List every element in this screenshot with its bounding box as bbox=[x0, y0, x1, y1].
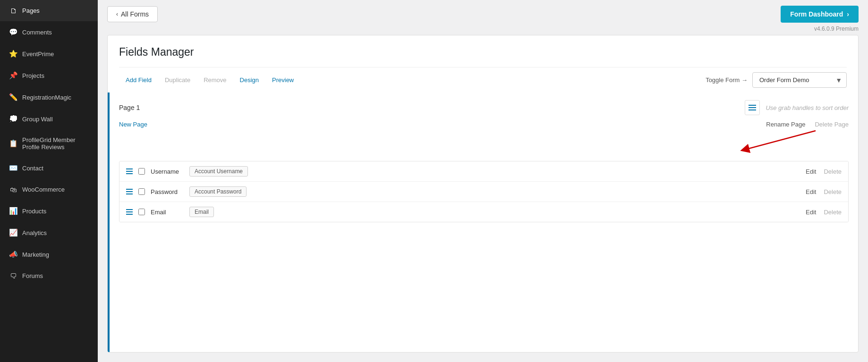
sidebar-item-label: RegistrationMagic bbox=[22, 94, 71, 101]
arrow-annotation bbox=[119, 135, 849, 159]
sidebar-item-profilegrid[interactable]: 📋 ProfileGrid Member Profile Reviews bbox=[0, 130, 98, 157]
add-field-button[interactable]: Add Field bbox=[119, 74, 158, 86]
marketing-icon: 📣 bbox=[9, 250, 17, 259]
page-section: Page 1 Use grab handles to sort order Ne… bbox=[108, 93, 858, 352]
page-header: Page 1 Use grab handles to sort order bbox=[119, 100, 849, 115]
rename-page-button[interactable]: Rename Page bbox=[766, 121, 805, 128]
fields-manager-title: Fields Manager bbox=[119, 46, 847, 59]
sidebar-item-label: WooCommerce bbox=[22, 186, 65, 193]
all-forms-button[interactable]: ‹ All Forms bbox=[107, 6, 158, 22]
sidebar-item-projects[interactable]: 📌 Projects bbox=[0, 65, 98, 86]
sidebar: 🗋 Pages 💬 Comments ⭐ EventPrime 📌 Projec… bbox=[0, 0, 98, 362]
username-field-name: Username bbox=[151, 168, 184, 175]
analytics-icon: 📈 bbox=[9, 228, 17, 237]
grab-line-3 bbox=[749, 109, 756, 110]
drag-handle-password[interactable] bbox=[126, 189, 133, 194]
design-button[interactable]: Design bbox=[233, 74, 265, 86]
table-row: Password Account Password Edit Delete bbox=[119, 182, 848, 202]
contact-icon: ✉️ bbox=[9, 164, 17, 172]
sidebar-item-label: EventPrime bbox=[22, 51, 54, 58]
page-title: Page 1 bbox=[119, 104, 140, 111]
all-forms-label: All Forms bbox=[121, 10, 149, 18]
drag-line-3 bbox=[126, 214, 133, 215]
eventprime-icon: ⭐ bbox=[9, 50, 17, 58]
preview-button[interactable]: Preview bbox=[265, 74, 300, 86]
drag-line-1 bbox=[126, 209, 133, 210]
svg-line-0 bbox=[745, 131, 816, 150]
password-actions: Edit Delete bbox=[806, 188, 842, 195]
comments-icon: 💬 bbox=[9, 28, 17, 36]
email-badge: Email bbox=[189, 207, 214, 217]
page-content: Page 1 Use grab handles to sort order Ne… bbox=[110, 93, 858, 352]
chevron-right-icon: › bbox=[847, 10, 849, 18]
page-actions: New Page Rename Page Delete Page bbox=[119, 121, 849, 128]
products-icon: 📊 bbox=[9, 207, 17, 215]
pages-icon: 🗋 bbox=[9, 7, 17, 15]
projects-icon: 📌 bbox=[9, 71, 17, 80]
sidebar-item-comments[interactable]: 💬 Comments bbox=[0, 21, 98, 43]
password-checkbox[interactable] bbox=[138, 188, 145, 195]
sidebar-item-marketing[interactable]: 📣 Marketing bbox=[0, 244, 98, 265]
table-row: Email Email Edit Delete bbox=[119, 202, 848, 222]
sidebar-item-eventprime[interactable]: ⭐ EventPrime bbox=[0, 43, 98, 65]
drag-line-2 bbox=[126, 211, 133, 212]
drag-line-2 bbox=[126, 171, 133, 172]
main-content: ‹ All Forms Form Dashboard › v4.6.0.9 Pr… bbox=[98, 0, 868, 362]
password-field-name: Password bbox=[151, 188, 184, 195]
username-badge: Account Username bbox=[189, 166, 248, 177]
content-panel: Fields Manager Add Field Duplicate Remov… bbox=[107, 35, 859, 353]
sidebar-item-forums[interactable]: 🗨 Forums bbox=[0, 265, 98, 286]
form-dashboard-button[interactable]: Form Dashboard › bbox=[781, 6, 859, 23]
grab-handle-button[interactable] bbox=[745, 100, 760, 115]
chevron-left-icon: ‹ bbox=[116, 11, 118, 17]
sidebar-item-products[interactable]: 📊 Products bbox=[0, 200, 98, 222]
sidebar-item-groupwall[interactable]: 💭 Group Wall bbox=[0, 108, 98, 130]
sidebar-item-label: Projects bbox=[22, 72, 44, 79]
new-page-link[interactable]: New Page bbox=[119, 121, 147, 128]
password-badge: Account Password bbox=[189, 186, 247, 197]
form-select[interactable]: Order Form Demo bbox=[752, 72, 847, 88]
version-text: v4.6.0.9 Premium bbox=[98, 25, 868, 32]
table-row: Username Account Username Edit Delete bbox=[119, 161, 848, 182]
drag-line-1 bbox=[126, 189, 133, 190]
drag-line-3 bbox=[126, 194, 133, 194]
username-checkbox[interactable] bbox=[138, 168, 145, 175]
sidebar-item-contact[interactable]: ✉️ Contact bbox=[0, 157, 98, 179]
sidebar-item-label: Comments bbox=[22, 29, 52, 36]
username-delete-button[interactable]: Delete bbox=[824, 168, 842, 175]
sidebar-item-analytics[interactable]: 📈 Analytics bbox=[0, 222, 98, 244]
sort-hint: Use grab handles to sort order bbox=[766, 104, 849, 111]
username-edit-button[interactable]: Edit bbox=[806, 168, 816, 175]
registration-icon: ✏️ bbox=[9, 93, 17, 101]
form-select-wrapper: Order Form Demo ▼ bbox=[752, 72, 847, 88]
remove-button[interactable]: Remove bbox=[197, 74, 233, 86]
drag-line-1 bbox=[126, 168, 133, 169]
fields-toolbar: Add Field Duplicate Remove Design Previe… bbox=[119, 67, 847, 93]
password-delete-button[interactable]: Delete bbox=[824, 188, 842, 195]
email-delete-button[interactable]: Delete bbox=[824, 209, 842, 216]
profilegrid-icon: 📋 bbox=[9, 139, 17, 148]
grab-line-2 bbox=[749, 107, 756, 108]
email-checkbox[interactable] bbox=[138, 209, 145, 215]
fields-header: Fields Manager Add Field Duplicate Remov… bbox=[108, 35, 858, 93]
drag-handle-email[interactable] bbox=[126, 209, 133, 215]
email-actions: Edit Delete bbox=[806, 209, 842, 216]
groupwall-icon: 💭 bbox=[9, 115, 17, 123]
toggle-form-area: Toggle Form → Order Form Demo ▼ bbox=[706, 72, 847, 88]
sidebar-item-registrationmagic[interactable]: ✏️ RegistrationMagic bbox=[0, 86, 98, 108]
password-edit-button[interactable]: Edit bbox=[806, 188, 816, 195]
drag-line-3 bbox=[126, 173, 133, 174]
sidebar-item-label: ProfileGrid Member Profile Reviews bbox=[22, 136, 90, 151]
sidebar-item-label: Forums bbox=[22, 272, 43, 279]
delete-page-button[interactable]: Delete Page bbox=[815, 121, 849, 128]
email-field-name: Email bbox=[151, 209, 184, 216]
red-arrow-svg bbox=[731, 128, 825, 154]
drag-handle-username[interactable] bbox=[126, 168, 133, 174]
sidebar-item-label: Analytics bbox=[22, 229, 47, 236]
toggle-label: Toggle Form → bbox=[706, 76, 748, 84]
duplicate-button[interactable]: Duplicate bbox=[158, 74, 197, 86]
sidebar-item-label: Contact bbox=[22, 165, 43, 172]
sidebar-item-woocommerce[interactable]: 🛍 WooCommerce bbox=[0, 179, 98, 200]
email-edit-button[interactable]: Edit bbox=[806, 209, 816, 216]
sidebar-item-pages[interactable]: 🗋 Pages bbox=[0, 0, 98, 21]
